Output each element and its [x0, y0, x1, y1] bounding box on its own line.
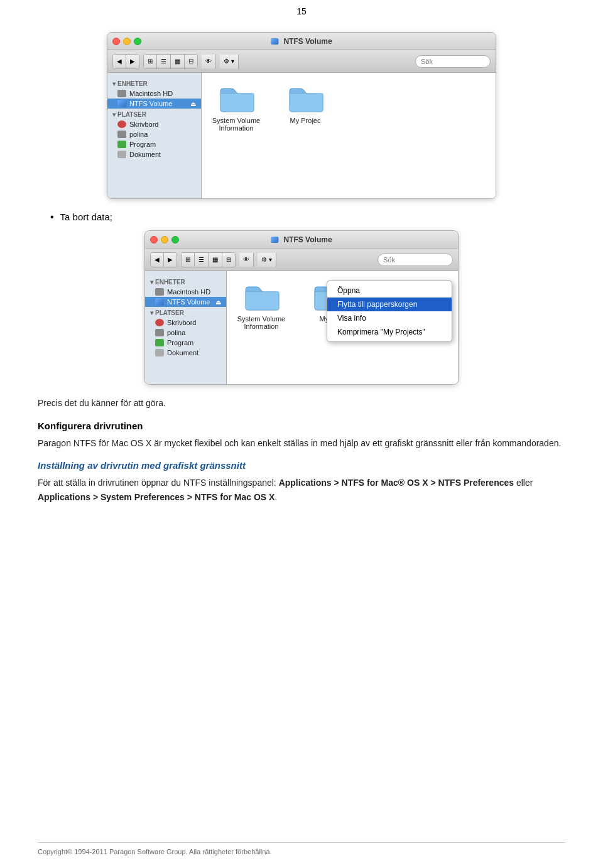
folder-label-system-2: System Volume Information: [236, 315, 286, 330]
folder-icon-system: [217, 82, 255, 114]
sidebar-item-macintosh-hd-2[interactable]: Macintosh HD: [145, 287, 226, 297]
close-button[interactable]: [112, 38, 120, 45]
finder-body-1: ▾ENHETER Macintosh HD NTFS Volume ⏏ ▾PLA…: [107, 73, 496, 198]
minimize-button-2[interactable]: [161, 236, 168, 244]
heading-installning: Inställning av drivrutin med grafiskt gr…: [38, 460, 565, 471]
context-menu-oppna[interactable]: Öppna: [327, 284, 452, 297]
bullet-text-1: Ta bort data;: [60, 210, 112, 223]
para2-part1: För att ställa in drivrutinen öppnar du …: [38, 478, 279, 488]
forward-button-2[interactable]: ▶: [164, 253, 177, 267]
dokument-icon: [117, 151, 126, 158]
list-view-button[interactable]: ☰: [157, 55, 171, 68]
para2-end: .: [274, 492, 277, 502]
folder-system-volume[interactable]: System Volume Information: [211, 82, 261, 132]
context-menu-popup: Öppna Flytta till papperskorgen Visa inf…: [327, 281, 452, 342]
nav-buttons-2: ◀ ▶: [150, 252, 177, 267]
view-buttons: ⊞ ☰ ▦ ⊟: [143, 54, 198, 69]
paragraph-2: För att ställa in drivrutinen öppnar du …: [38, 476, 565, 504]
forward-button[interactable]: ▶: [126, 55, 139, 68]
ntfs-icon: [271, 38, 278, 45]
sidebar-section-enheter: ▾ENHETER: [107, 78, 201, 88]
program-icon: [117, 141, 126, 148]
column-view-button-2[interactable]: ▦: [209, 253, 222, 267]
action-button[interactable]: ⚙ ▾: [220, 55, 239, 68]
close-button-2[interactable]: [150, 236, 158, 244]
bullet-section-1: • Ta bort data;: [38, 210, 565, 224]
folder-my-projects[interactable]: My Projec: [280, 82, 330, 124]
toolbar-1: ◀ ▶ ⊞ ☰ ▦ ⊟ 👁 ⚙ ▾: [107, 50, 496, 73]
sidebar-section-enheter-2: ▾ENHETER: [145, 276, 226, 287]
context-menu: Öppna Flytta till papperskorgen Visa inf…: [327, 281, 452, 342]
sidebar-item-dokument[interactable]: Dokument: [107, 149, 201, 159]
titlebar-2: NTFS Volume: [145, 231, 458, 249]
window-title-1: NTFS Volume: [271, 37, 332, 46]
precis-text: Precis det du känner för att göra.: [38, 396, 565, 410]
minimize-button[interactable]: [123, 38, 131, 45]
titlebar-1: NTFS Volume: [107, 33, 496, 50]
para2-part2: eller: [514, 478, 533, 488]
nav-buttons: ◀ ▶: [112, 54, 139, 69]
footer: Copyright© 1994-2011 Paragon Software Gr…: [38, 842, 565, 855]
hd-icon: [117, 90, 126, 97]
sidebar-item-skrivbord[interactable]: Skrivbord: [107, 119, 201, 129]
quicklook-button-2[interactable]: 👁: [239, 253, 254, 267]
bullet-dot-1: •: [50, 210, 54, 224]
coverflow-button-2[interactable]: ⊟: [222, 253, 235, 267]
folder-label-system: System Volume Information: [211, 117, 261, 132]
list-view-button-2[interactable]: ☰: [195, 253, 209, 267]
quicklook-button[interactable]: 👁: [202, 55, 216, 68]
icon-view-button[interactable]: ⊞: [144, 55, 157, 68]
sidebar-section-platser: ▾PLATSER: [107, 109, 201, 119]
search-input-2[interactable]: [378, 254, 453, 266]
sidebar-item-polina-2[interactable]: polina: [145, 328, 226, 338]
heading-konfigurera: Konfigurera drivrutinen: [38, 421, 565, 431]
ntfs-vol-icon: [117, 100, 126, 107]
toolbar-2: ◀ ▶ ⊞ ☰ ▦ ⊟ 👁 ⚙ ▾: [145, 249, 458, 271]
skrivbord-icon-2: [155, 319, 164, 326]
folder-icon-projects: [286, 82, 324, 114]
second-window-wrapper: NTFS Volume ◀ ▶ ⊞ ☰ ▦ ⊟ 👁 ⚙ ▾: [144, 230, 459, 385]
para2-bold1: Applications > NTFS for Mac® OS X > NTFS…: [279, 478, 514, 488]
sidebar-item-dokument-2[interactable]: Dokument: [145, 348, 226, 358]
context-menu-visa[interactable]: Visa info: [327, 311, 452, 325]
paragraph-1: Paragon NTFS för Mac OS X är mycket flex…: [38, 436, 565, 450]
ntfs-icon-2: [271, 237, 278, 243]
maximize-button-2[interactable]: [171, 236, 179, 244]
hd-icon-2: [155, 288, 164, 296]
sidebar-1: ▾ENHETER Macintosh HD NTFS Volume ⏏ ▾PLA…: [107, 73, 202, 198]
folder-system-volume-2[interactable]: System Volume Information: [236, 281, 286, 330]
context-menu-komprimera[interactable]: Komprimera "My Projects": [327, 325, 452, 339]
sidebar-item-ntfs-volume-2[interactable]: NTFS Volume ⏏: [145, 297, 226, 307]
sidebar-2: ▾ENHETER Macintosh HD NTFS Volume ⏏: [145, 271, 227, 384]
page-number: 15: [0, 0, 603, 19]
dokument-icon-2: [155, 349, 164, 356]
back-button-2[interactable]: ◀: [151, 253, 164, 267]
sidebar-item-program-2[interactable]: Program: [145, 338, 226, 348]
para2-bold2: Applications > System Preferences > NTFS…: [38, 492, 274, 502]
skrivbord-icon: [117, 121, 126, 128]
back-button[interactable]: ◀: [113, 55, 126, 68]
sidebar-item-ntfs-volume[interactable]: NTFS Volume ⏏: [107, 99, 201, 109]
sidebar-item-macintosh-hd[interactable]: Macintosh HD: [107, 88, 201, 99]
sidebar-item-polina[interactable]: polina: [107, 129, 201, 139]
folder-label-projects: My Projec: [290, 117, 321, 124]
folder-icon-system-2: [242, 281, 280, 312]
footer-text: Copyright© 1994-2011 Paragon Software Gr…: [38, 848, 272, 855]
traffic-lights-1: [112, 38, 141, 45]
polina-icon: [117, 131, 126, 138]
search-input[interactable]: [415, 55, 491, 68]
icon-view-button-2[interactable]: ⊞: [182, 253, 195, 267]
finder-main-1: System Volume Information My Projec: [202, 73, 496, 198]
ntfs-vol-icon-2: [155, 298, 164, 306]
finder-window-1: NTFS Volume ◀ ▶ ⊞ ☰ ▦ ⊟ 👁 ⚙ ▾: [107, 32, 496, 199]
sidebar-item-program[interactable]: Program: [107, 139, 201, 149]
window-title-2: NTFS Volume: [271, 235, 332, 244]
action-button-2[interactable]: ⚙ ▾: [258, 253, 276, 267]
sidebar-section-platser-2: ▾PLATSER: [145, 307, 226, 318]
context-menu-flytta[interactable]: Flytta till papperskorgen: [327, 297, 452, 311]
coverflow-button[interactable]: ⊟: [185, 55, 197, 68]
maximize-button[interactable]: [134, 38, 141, 45]
view-buttons-2: ⊞ ☰ ▦ ⊟: [181, 252, 236, 267]
sidebar-item-skrivbord-2[interactable]: Skrivbord: [145, 318, 226, 328]
column-view-button[interactable]: ▦: [171, 55, 185, 68]
